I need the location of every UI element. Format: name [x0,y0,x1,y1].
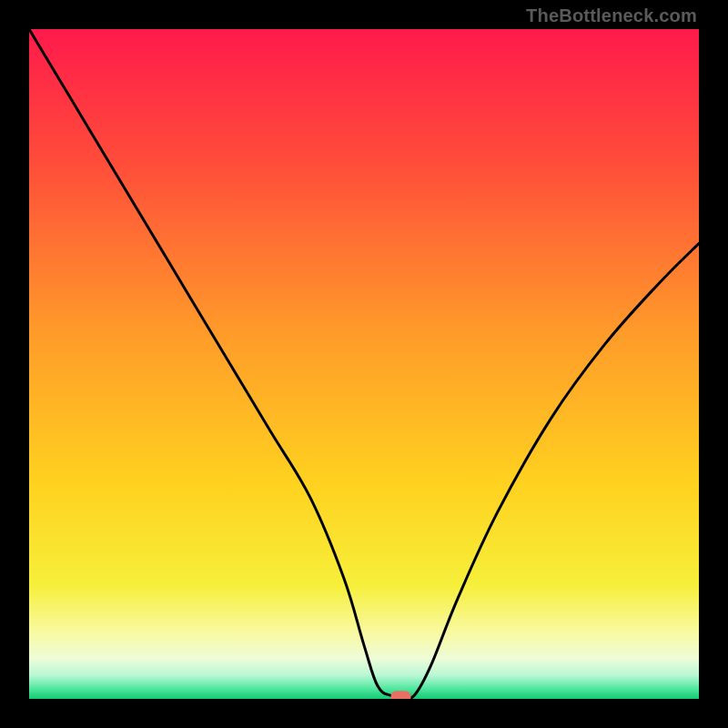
chart-svg [29,29,699,699]
watermark-text: TheBottleneck.com [526,5,697,26]
optimal-marker [390,691,410,699]
chart-frame: TheBottleneck.com [0,0,728,728]
plot-area [29,29,699,699]
gradient-background [29,29,699,699]
